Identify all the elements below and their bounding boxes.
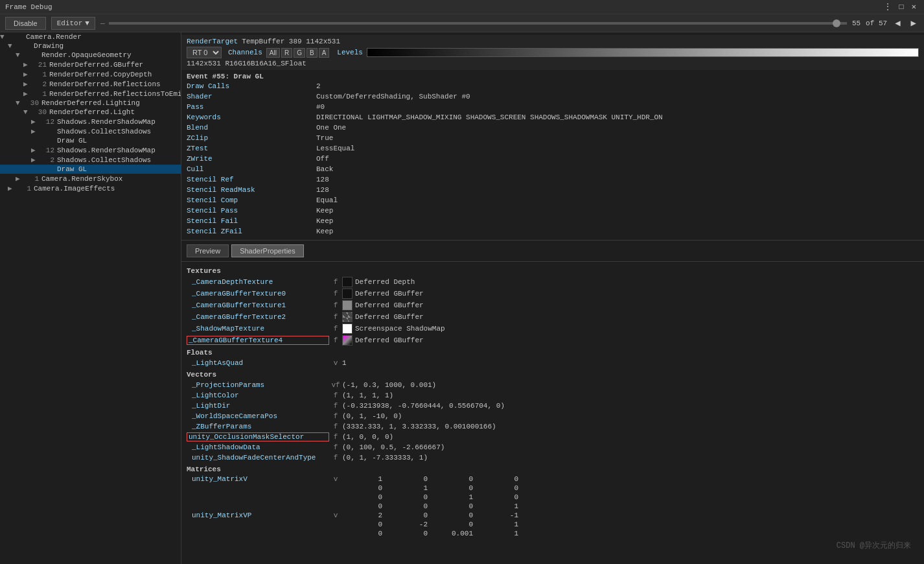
tab-shader-properties[interactable]: ShaderProperties (231, 244, 304, 257)
tree-item-drawing[interactable]: ▼Drawing (0, 41, 181, 51)
vector-name: _LightShadowData (187, 443, 329, 451)
tree-label: RenderDeferred.Reflections (49, 80, 161, 88)
info-val: 2 (316, 82, 919, 91)
channel-r-button[interactable]: R (281, 48, 292, 58)
channel-g-button[interactable]: G (294, 48, 305, 58)
prev-frame-button[interactable]: ◀ (892, 18, 903, 29)
matrix-vals: 0100 (342, 484, 524, 492)
frame-of-label: of 57 (866, 19, 887, 27)
matrix-row-unity_MatrixV-3: 0001 (187, 502, 919, 511)
info-val: One One (316, 124, 919, 133)
texture-thumb (342, 335, 352, 346)
matrix-row-unity_MatrixV-1: 0100 (187, 484, 919, 493)
tree-item-render-deferred-lighting[interactable]: ▼30RenderDeferred.Lighting (0, 99, 181, 108)
tree-label: Camera.Render (26, 33, 82, 41)
tree-arrow-icon: ▶ (16, 174, 23, 183)
matrix-cell: 0 (342, 484, 387, 492)
texture-name: _CameraDepthTexture (187, 278, 329, 286)
matrix-row-unity_MatrixVP-1: 0-201 (187, 520, 919, 529)
slider-min-icon: — (100, 19, 105, 27)
texture-row-_CameraGBufferTexture1: _CameraGBufferTexture1fDeferred GBuffer (187, 300, 919, 311)
frame-number: 55 (852, 19, 860, 27)
matrices-header: Matrices (187, 463, 919, 475)
info-val: Keep (316, 228, 919, 237)
title-bar-left: Frame Debug (5, 3, 52, 11)
textures-header: Textures (187, 264, 919, 276)
tree-item-render-opaque[interactable]: ▼Render.OpaqueGeometry (0, 51, 181, 60)
matrix-cell: 0 (478, 493, 524, 501)
info-val: Keep (316, 217, 919, 226)
tree-item-camera-render[interactable]: ▼Camera.Render (0, 32, 181, 41)
tree-count: 1 (31, 71, 47, 78)
texture-row-_CameraGBufferTexture2: _CameraGBufferTexture2fDeferred GBuffer (187, 311, 919, 323)
matrix-cell: 0 (433, 502, 478, 510)
tree-arrow-icon: ▶ (8, 184, 16, 193)
tree-label: RenderDeferred.GBuffer (49, 61, 143, 69)
texture-type: f (329, 278, 342, 286)
info-row: KeywordsDIRECTIONAL LIGHTMAP_SHADOW_MIXI… (187, 113, 919, 123)
matrix-vals: 1000 (342, 475, 524, 483)
frame-slider[interactable] (109, 22, 847, 25)
rt-select[interactable]: RT 0 (187, 47, 222, 58)
texture-thumb (342, 323, 352, 334)
info-row: Pass#0 (187, 102, 919, 113)
slider-area: — (100, 19, 847, 27)
texture-type: f (329, 301, 342, 309)
top-toolbar: Disable Editor ▼ — 55 of 57 ◀ ▶ (0, 14, 924, 32)
tree-item-camera-renderskybox[interactable]: ▶1Camera.RenderSkybox (0, 174, 181, 183)
info-key: Stencil Pass (187, 207, 316, 216)
tree-item-render-deferred-light[interactable]: ▼30RenderDeferred.Light (0, 108, 181, 117)
tree-item-shadows-rendershadowmap-2[interactable]: ▶12Shadows.RenderShadowMap (0, 145, 181, 155)
title-bar: Frame Debug ⋮ □ ✕ (0, 0, 924, 14)
tree-label: Render.OpaqueGeometry (41, 51, 132, 59)
channel-b-button[interactable]: B (306, 48, 318, 58)
tree-item-shadows-collectshadows[interactable]: ▶Shadows.CollectShadows (0, 126, 181, 136)
tree-item-shadows-collectshadows-2[interactable]: ▶2Shadows.CollectShadows (0, 155, 181, 165)
more-options-icon[interactable]: ⋮ (881, 2, 894, 12)
next-frame-button[interactable]: ▶ (908, 18, 919, 29)
matrix-cell: 1 (478, 530, 524, 537)
matrix-vals: 0001 (342, 502, 524, 510)
tree-count: 12 (39, 118, 54, 126)
texture-name: _CameraGBufferTexture4 (187, 336, 329, 345)
texture-thumb (342, 300, 352, 311)
matrix-vals: 0010 (342, 493, 524, 501)
vector-row-_LightColor: _LightColorf(1, 1, 1, 1) (187, 390, 919, 401)
close-icon[interactable]: ✕ (909, 2, 919, 12)
tree-item-camera-imageeffects[interactable]: ▶1Camera.ImageEffects (0, 183, 181, 193)
vectors-header: Vectors (187, 368, 919, 380)
matrix-type: v (329, 475, 342, 483)
title-bar-controls: ⋮ □ ✕ (881, 2, 919, 12)
tree-item-render-deferred-copy[interactable]: ▶1RenderDeferred.CopyDepth (0, 69, 181, 79)
matrix-cell: 0 (433, 484, 478, 492)
editor-dropdown[interactable]: Editor ▼ (51, 17, 95, 30)
maximize-icon[interactable]: □ (897, 3, 907, 12)
vector-type: f (329, 443, 342, 451)
render-target-label: RenderTarget (187, 38, 238, 45)
info-val: True (316, 134, 919, 143)
vector-value: (1, 0, 0, 0) (342, 433, 393, 441)
matrix-row-unity_MatrixV-2: 0010 (187, 493, 919, 502)
channel-a-button[interactable]: A (319, 48, 330, 58)
float-name: _LightAsQuad (187, 359, 329, 367)
tree-item-shadows-rendershadowmap[interactable]: ▶12Shadows.RenderShadowMap (0, 117, 181, 126)
disable-button[interactable]: Disable (5, 17, 46, 30)
texture-row-_ShadowMapTexture: _ShadowMapTexturefScreenspace ShadowMap (187, 323, 919, 335)
channel-all-button[interactable]: All (266, 48, 280, 58)
tree-item-render-deferred-gbuffer[interactable]: ▶21RenderDeferred.GBuffer (0, 60, 181, 69)
tree-arrow-icon: ▶ (31, 127, 39, 135)
tree-item-draw-gl-1[interactable]: Draw GL (0, 136, 181, 145)
event-title: Event #55: Draw GL (187, 71, 919, 82)
tree-item-render-deferred-refl[interactable]: ▶2RenderDeferred.Reflections (0, 79, 181, 89)
tab-preview[interactable]: Preview (187, 244, 229, 257)
matrix-name: unity_MatrixV (187, 475, 329, 483)
tree-label: Shadows.RenderShadowMap (57, 118, 156, 126)
info-row: ZClipTrue (187, 134, 919, 144)
tree-item-render-deferred-refl-emissive[interactable]: ▶1RenderDeferred.ReflectionsToEmissive (0, 89, 181, 99)
tree-item-draw-gl-selected[interactable]: Draw GL (0, 165, 181, 174)
channels-buttons: All R G B A (266, 48, 329, 58)
vector-value: (0, 100, 0.5, -2.666667) (342, 443, 445, 451)
matrix-cell: 1 (478, 521, 524, 528)
tree-count: 2 (31, 80, 47, 88)
matrix-cell: 0 (433, 511, 478, 519)
